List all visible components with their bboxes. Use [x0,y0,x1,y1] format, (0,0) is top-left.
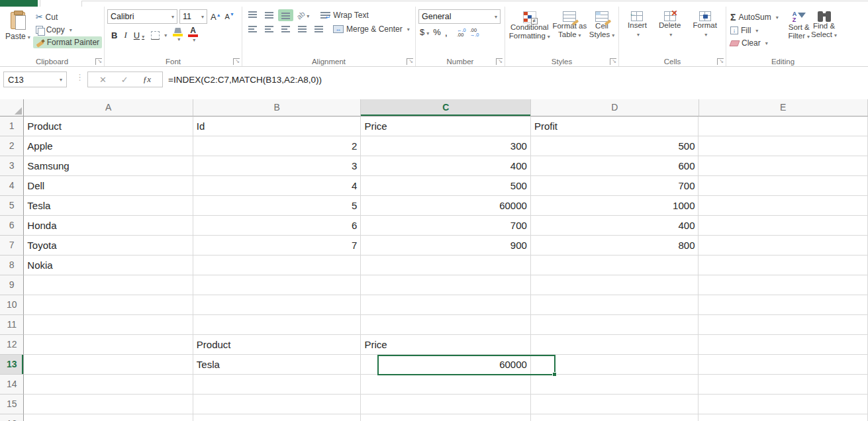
cell-C14[interactable] [361,375,530,395]
cell-A4[interactable]: Dell [24,176,193,196]
row-header-11[interactable]: 11 [0,315,24,335]
cell-E9[interactable] [699,275,868,295]
delete-cells-button[interactable]: ✕ Delete [659,9,681,56]
formula-input[interactable]: =INDEX(C2:C7,MATCH(B13,A2:A8,0)) [168,71,868,87]
cell-E4[interactable] [699,176,868,196]
merge-center-button[interactable]: ↔ Merge & Center [330,23,412,35]
cell-C12[interactable]: Price [361,335,530,355]
borders-button[interactable] [148,30,169,41]
cell-B14[interactable] [193,375,362,395]
column-header-A[interactable]: A [24,99,193,117]
cell-C10[interactable] [361,295,530,315]
cell-E13[interactable] [699,355,868,375]
font-color-button[interactable]: A [186,26,200,44]
row-header-3[interactable]: 3 [0,156,24,176]
align-right-button[interactable] [278,23,293,35]
cell-B6[interactable]: 6 [193,216,362,236]
sort-filter-button[interactable]: A Z Sort & Filter [788,9,810,56]
cell-B13[interactable]: Tesla [193,355,362,375]
cell-E15[interactable] [699,395,868,414]
column-header-C[interactable]: C [361,99,530,117]
bottom-align-button[interactable] [278,9,293,21]
cell-C2[interactable]: 300 [361,136,530,156]
cell-D7[interactable]: 800 [531,236,699,256]
cell-styles-button[interactable]: Cell Styles [589,9,614,56]
cells-dialog-launcher[interactable] [717,58,724,65]
row-header-6[interactable]: 6 [0,216,24,236]
cell-D1[interactable]: Profit [531,117,699,136]
increase-decimal-button[interactable]: ←.0 .00 [457,28,466,37]
cell-B8[interactable] [193,256,362,275]
cell-B3[interactable]: 3 [193,156,362,176]
cell-A3[interactable]: Samsung [24,156,193,176]
select-all-button[interactable] [0,99,24,117]
cell-C9[interactable] [361,275,530,295]
top-align-button[interactable] [245,9,260,21]
cell-E8[interactable] [699,256,868,275]
font-size-combobox[interactable]: 11 ▾ [179,9,207,24]
enter-icon[interactable]: ✓ [121,75,128,85]
clear-button[interactable]: Clear [729,38,788,48]
name-box[interactable]: C13 ▾ [3,71,67,87]
cell-E7[interactable] [699,236,868,256]
cell-D5[interactable]: 1000 [531,196,699,216]
cell-A6[interactable]: Honda [24,216,193,236]
row-header-16[interactable]: 16 [0,414,24,421]
row-header-7[interactable]: 7 [0,236,24,256]
row-header-8[interactable]: 8 [0,256,24,275]
alignment-dialog-launcher[interactable] [407,58,413,65]
cell-B5[interactable]: 5 [193,196,362,216]
cell-A15[interactable] [24,395,193,414]
underline-button[interactable]: U [131,30,147,41]
cell-B16[interactable] [193,414,362,421]
cell-D9[interactable] [531,275,699,295]
cell-A9[interactable] [24,275,193,295]
cell-D2[interactable]: 500 [531,136,699,156]
row-header-12[interactable]: 12 [0,335,24,355]
cell-A8[interactable]: Nokia [24,256,193,275]
cell-A10[interactable] [24,295,193,315]
row-header-1[interactable]: 1 [0,117,24,136]
autosum-button[interactable]: Σ AutoSum [729,11,788,23]
cell-A2[interactable]: Apple [24,136,193,156]
cell-E12[interactable] [699,335,868,355]
cell-E16[interactable] [699,414,868,421]
cell-C3[interactable]: 400 [361,156,530,176]
find-select-button[interactable]: Find & Select [811,9,837,56]
cell-A14[interactable] [24,375,193,395]
number-format-combobox[interactable]: General ▾ [418,9,501,24]
cell-C4[interactable]: 500 [361,176,530,196]
cell-A1[interactable]: Product [24,117,193,136]
cell-B12[interactable]: Product [193,335,362,355]
format-painter-button[interactable]: Format Painter [33,36,102,48]
column-header-D[interactable]: D [531,99,699,117]
row-header-15[interactable]: 15 [0,395,24,414]
row-header-14[interactable]: 14 [0,375,24,395]
cell-C5[interactable]: 60000 [361,196,530,216]
column-header-E[interactable]: E [699,99,868,117]
font-name-combobox[interactable]: Calibri ▾ [107,9,177,24]
cut-button[interactable]: ✂ Cut [33,11,102,23]
cancel-icon[interactable]: ✕ [99,75,107,85]
row-header-13[interactable]: 13 [0,355,24,375]
copy-button[interactable]: Copy [33,24,102,36]
row-header-5[interactable]: 5 [0,196,24,216]
align-center-button[interactable] [262,23,277,35]
row-header-10[interactable]: 10 [0,295,24,315]
cell-D12[interactable] [531,335,699,355]
cell-A12[interactable] [24,335,193,355]
paste-button[interactable]: Paste [3,9,33,56]
fill-color-button[interactable] [171,27,185,43]
cell-C7[interactable]: 900 [361,236,530,256]
align-left-button[interactable] [245,23,260,35]
cell-C16[interactable] [361,414,530,421]
comma-style-button[interactable]: , [445,26,448,38]
cell-C8[interactable] [361,256,530,275]
format-cells-button[interactable]: Format [693,9,716,56]
wrap-text-button[interactable]: ↵ Wrap Text [318,9,371,21]
cell-A13[interactable] [24,355,193,375]
percent-style-button[interactable]: % [433,27,441,37]
cell-D8[interactable] [531,256,699,275]
decrease-decimal-button[interactable]: .00 →.0 [470,28,479,37]
styles-dialog-launcher[interactable] [610,58,616,65]
